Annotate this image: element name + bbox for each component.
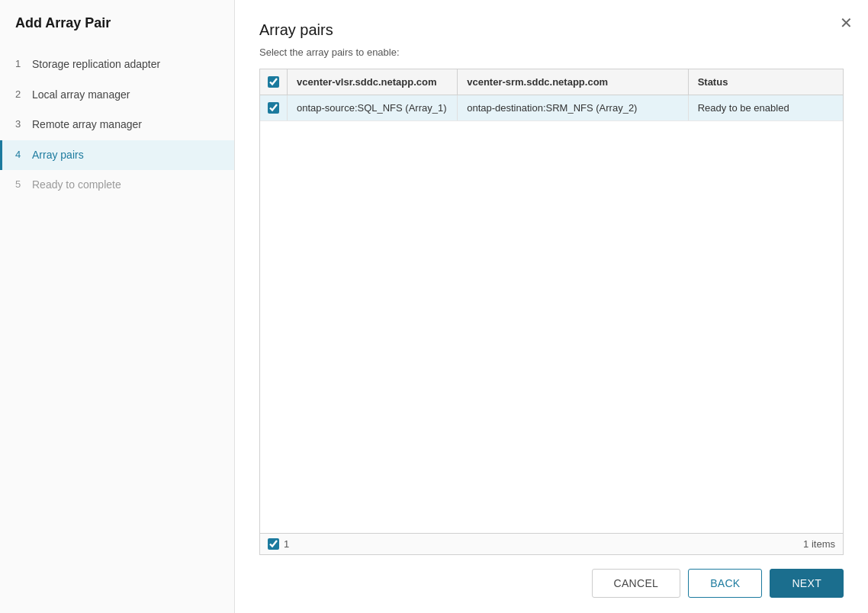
array-pairs-table: vcenter-vlsr.sddc.netapp.com vcenter-srm… — [259, 69, 844, 555]
cancel-button[interactable]: CANCEL — [592, 569, 681, 598]
sidebar-item-3[interactable]: 3 Remote array manager — [0, 110, 234, 140]
th-checkbox — [260, 69, 288, 95]
main-subtitle: Select the array pairs to enable: — [259, 47, 844, 58]
table-row[interactable]: ontap-source:SQL_NFS (Array_1) ontap-des… — [260, 95, 843, 121]
row-vcenter1: ontap-source:SQL_NFS (Array_1) — [288, 95, 458, 120]
table-body: ontap-source:SQL_NFS (Array_1) ontap-des… — [260, 95, 843, 533]
action-bar: CANCEL BACK NEXT — [259, 569, 844, 598]
table-footer: 1 1 items — [260, 533, 843, 554]
next-button[interactable]: NEXT — [770, 569, 844, 598]
th-vcenter1: vcenter-vlsr.sddc.netapp.com — [288, 69, 458, 95]
th-vcenter2: vcenter-srm.sddc.netapp.com — [458, 69, 688, 95]
select-all-checkbox[interactable] — [268, 76, 279, 88]
step-number-2: 2 — [15, 88, 32, 100]
sidebar: Add Array Pair 1 Storage replication ada… — [0, 0, 235, 613]
sidebar-item-5: 5 Ready to complete — [0, 170, 234, 201]
step-number-1: 1 — [15, 58, 32, 69]
step-number-5: 5 — [15, 178, 32, 190]
step-label-3: Remote array manager — [32, 117, 142, 133]
row-checkbox-cell — [260, 95, 288, 120]
step-label-2: Local array manager — [32, 88, 130, 103]
back-button[interactable]: BACK — [688, 569, 762, 598]
step-label-4: Array pairs — [32, 148, 84, 163]
footer-selected-count: 1 — [284, 538, 289, 550]
close-button[interactable]: ✕ — [837, 12, 856, 34]
add-array-pair-dialog: Add Array Pair 1 Storage replication ada… — [0, 0, 868, 613]
sidebar-item-1[interactable]: 1 Storage replication adapter — [0, 50, 234, 80]
main-title: Array pairs — [259, 21, 844, 39]
step-number-3: 3 — [15, 118, 32, 130]
row-checkbox[interactable] — [268, 102, 279, 114]
th-status: Status — [689, 69, 843, 95]
footer-selected: 1 — [268, 538, 289, 550]
sidebar-item-4[interactable]: 4 Array pairs — [0, 140, 234, 171]
row-status: Ready to be enabled — [689, 95, 843, 120]
step-label-1: Storage replication adapter — [32, 57, 160, 72]
row-vcenter2: ontap-destination:SRM_NFS (Array_2) — [458, 95, 688, 120]
sidebar-item-2[interactable]: 2 Local array manager — [0, 80, 234, 111]
step-label-5: Ready to complete — [32, 178, 121, 193]
footer-items-count: 1 items — [803, 538, 835, 550]
dialog-title: Add Array Pair — [0, 15, 234, 50]
main-content: ✕ Array pairs Select the array pairs to … — [235, 0, 868, 613]
footer-checkbox[interactable] — [268, 538, 279, 550]
step-number-4: 4 — [15, 149, 32, 160]
table-header: vcenter-vlsr.sddc.netapp.com vcenter-srm… — [260, 69, 843, 95]
